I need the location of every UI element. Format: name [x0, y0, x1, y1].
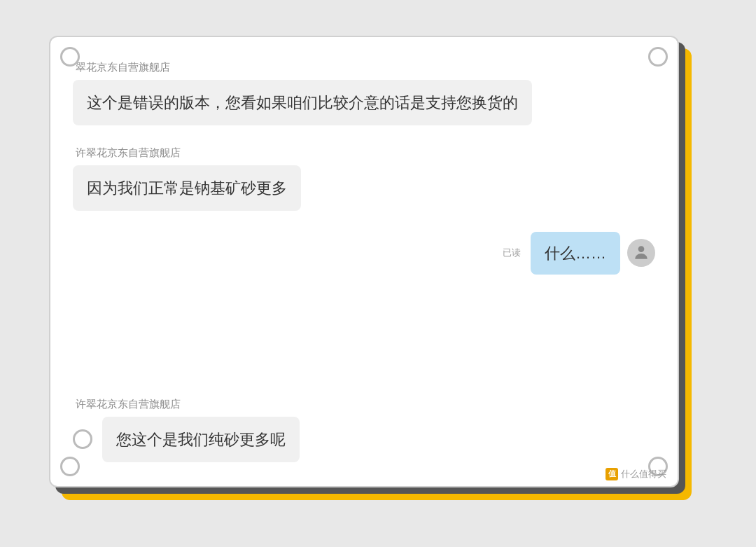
bubble-store-2: 因为我们正常是钠基矿砂更多 — [73, 165, 301, 211]
avatar-user — [627, 239, 655, 267]
spacer-2 — [73, 211, 655, 232]
bottom-section: 许翠花京东自营旗舰店 您这个是我们纯砂更多呢 — [73, 398, 655, 462]
watermark: 值 什么值得买 — [606, 468, 666, 480]
corner-circle-bottom-left — [60, 457, 80, 476]
chat-content: 翠花京东自营旗舰店 这个是错误的版本，您看如果咱们比较介意的话是支持您换货的 许… — [73, 54, 655, 469]
outer-shadow-container: 翠花京东自营旗舰店 这个是错误的版本，您看如果咱们比较介意的话是支持您换货的 许… — [49, 36, 707, 512]
bottom-msg-row: 您这个是我们纯砂更多呢 — [73, 417, 655, 462]
message-row-3: 已读 什么…… — [73, 232, 655, 275]
spacer-3 — [73, 275, 655, 296]
bottom-circle-left — [73, 429, 92, 449]
bubble-user-1: 什么…… — [531, 232, 620, 275]
bubble-store-1: 这个是错误的版本，您看如果咱们比较介意的话是支持您换货的 — [73, 80, 532, 125]
corner-circle-top-right — [648, 47, 668, 67]
watermark-label: 什么值得买 — [621, 468, 666, 480]
spacer-1 — [73, 125, 655, 146]
corner-circle-top-left — [60, 47, 80, 67]
message-row-1: 翠花京东自营旗舰店 这个是错误的版本，您看如果咱们比较介意的话是支持您换货的 — [73, 61, 655, 125]
watermark-inner: 值 什么值得买 — [606, 468, 666, 480]
read-label: 已读 — [503, 247, 521, 259]
sender-name-1: 翠花京东自营旗舰店 — [73, 61, 170, 74]
person-icon — [632, 244, 650, 262]
watermark-logo-text: 值 — [608, 469, 616, 479]
sender-name-4: 许翠花京东自营旗舰店 — [73, 398, 655, 411]
chat-card: 翠花京东自营旗舰店 这个是错误的版本，您看如果咱们比较介意的话是支持您换货的 许… — [49, 36, 679, 487]
svg-point-0 — [638, 246, 645, 252]
message-row-2: 许翠花京东自营旗舰店 因为我们正常是钠基矿砂更多 — [73, 146, 655, 211]
sender-name-2: 许翠花京东自营旗舰店 — [73, 146, 181, 160]
bubble-store-4: 您这个是我们纯砂更多呢 — [102, 417, 300, 462]
user-message-row: 已读 什么…… — [503, 232, 655, 275]
watermark-logo: 值 — [606, 468, 618, 480]
